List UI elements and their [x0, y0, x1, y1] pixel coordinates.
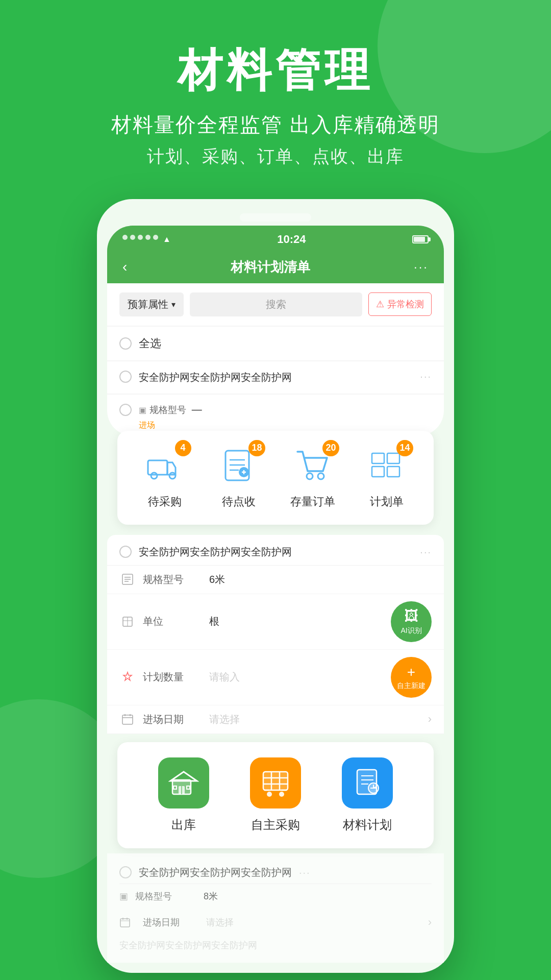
- pending-receive-label: 待点收: [222, 494, 256, 509]
- svg-rect-14: [372, 467, 384, 477]
- list-item[interactable]: 安全防护网安全防护网安全防护网 ···: [107, 361, 444, 394]
- second-item-header: 安全防护网安全防护网安全防护网 ···: [119, 862, 432, 884]
- quick-item-stock-order[interactable]: 20 存量订单: [285, 446, 341, 509]
- svg-rect-49: [120, 919, 130, 927]
- anomaly-button[interactable]: ⚠ 异常检测: [368, 292, 432, 316]
- signal-dots: ▲: [122, 235, 171, 244]
- svg-point-1: [151, 473, 157, 479]
- second-spec-label: 规格型号: [135, 890, 196, 902]
- unit-label: 单位: [143, 615, 209, 628]
- qty-label: 计划数量: [143, 670, 209, 684]
- second-item-name: 安全防护网安全防护网安全防护网: [139, 866, 292, 879]
- filter-button[interactable]: 预算属性 ▾: [119, 292, 184, 316]
- cart-icon-wrap: 20: [292, 446, 333, 487]
- plan-doc-icon: [342, 757, 393, 808]
- signal-dot-1: [122, 235, 128, 240]
- detail-item-header: 安全防护网安全防护网安全防护网 ···: [107, 535, 444, 566]
- detail-radio[interactable]: [119, 546, 132, 558]
- svg-rect-13: [387, 453, 399, 463]
- radio-circle-all[interactable]: [119, 337, 132, 350]
- svg-point-38: [267, 792, 272, 797]
- svg-point-10: [307, 473, 313, 479]
- nav-back-button[interactable]: ‹: [122, 259, 127, 275]
- date-icon: [119, 713, 136, 725]
- pill-notch: [240, 213, 311, 222]
- spec-icon2: ▣: [119, 891, 128, 902]
- bottom-item-self-purchase[interactable]: 自主采购: [250, 757, 301, 833]
- phone-container: ▲ 10:24 ‹ 材料计划清单 ··· 预算属性 ▾: [0, 199, 551, 973]
- svg-rect-12: [372, 453, 384, 463]
- qty-icon: [119, 671, 136, 683]
- second-date-value: 请选择: [206, 916, 234, 928]
- doc-icon: [223, 449, 254, 484]
- phone-content: 预算属性 ▾ 搜索 ⚠ 异常检测 全选 安全防护网安全防护网安全防护网: [107, 283, 444, 436]
- svg-rect-23: [122, 715, 133, 724]
- filter-label: 预算属性: [128, 298, 168, 311]
- ai-identify-button[interactable]: 🖼 AI识别: [391, 601, 432, 642]
- nav-more-button[interactable]: ···: [414, 260, 429, 274]
- svg-point-39: [279, 792, 284, 797]
- second-spec-row: ▣ 规格型号 8米: [119, 884, 432, 909]
- svg-point-11: [318, 473, 324, 479]
- partial-item-spec: ▣ 规格型号 —: [139, 404, 432, 416]
- phone-notch: [107, 209, 444, 226]
- grid-icon: [370, 451, 403, 482]
- status-icons: [412, 235, 429, 243]
- radio-circle[interactable]: [119, 371, 132, 383]
- detail-row-unit: 单位 根 🖼 AI识别: [107, 594, 444, 650]
- signal-dot-4: [145, 235, 151, 240]
- second-radio: [119, 866, 132, 878]
- bottom-item-warehouse[interactable]: 出库: [158, 757, 209, 833]
- detail-item-name: 安全防护网安全防护网安全防护网: [139, 545, 413, 559]
- warehouse-icon: [158, 757, 209, 808]
- second-date-label: 进场日期: [143, 916, 199, 928]
- select-all-label: 全选: [139, 336, 161, 351]
- doc-icon-wrap: 18: [218, 446, 259, 487]
- truck-icon: [147, 451, 183, 482]
- chevron-down-icon: ▾: [171, 300, 176, 309]
- search-bar: 预算属性 ▾ 搜索 ⚠ 异常检测: [107, 283, 444, 326]
- pending-receive-badge: 18: [248, 440, 265, 456]
- phone-nav-bar: ‹ 材料计划清单 ···: [107, 251, 444, 283]
- search-input[interactable]: 搜索: [190, 292, 362, 316]
- quick-panel: 4 待采购 18 待点收: [117, 431, 434, 525]
- spec-icon: [119, 573, 136, 585]
- battery-icon: [412, 235, 429, 243]
- plan-label: 计划单: [370, 494, 404, 509]
- quick-item-pending-purchase[interactable]: 4 待采购: [137, 446, 193, 509]
- list-item-partial: ▣ 规格型号 — 进场: [107, 395, 444, 436]
- self-purchase-label: 自主采购: [251, 817, 300, 833]
- detail-row-spec: 规格型号 6米: [107, 566, 444, 594]
- unit-icon: [119, 616, 136, 628]
- date-value: 请选择: [209, 713, 240, 726]
- new-create-button[interactable]: + 自主新建: [391, 657, 432, 698]
- material-plan-label: 材料计划: [343, 817, 392, 833]
- select-all-row[interactable]: 全选: [107, 327, 444, 360]
- status-bar: ▲ 10:24: [107, 226, 444, 251]
- wifi-icon: ▲: [163, 235, 171, 244]
- detail-more-icon[interactable]: ···: [420, 546, 432, 558]
- cart-icon: [295, 450, 330, 483]
- item-more-icon[interactable]: ···: [420, 371, 432, 382]
- spec-label: 规格型号: [143, 573, 209, 586]
- warehouse-label: 出库: [171, 817, 196, 833]
- detail-row-date[interactable]: 进场日期 请选择 ›: [107, 705, 444, 734]
- qty-value[interactable]: 请输入: [209, 670, 240, 684]
- svg-point-2: [169, 473, 176, 479]
- grid-icon-wrap: 14: [366, 446, 407, 487]
- signal-dot-2: [130, 235, 135, 240]
- quick-item-pending-receive[interactable]: 18 待点收: [211, 446, 267, 509]
- main-title: 材料管理: [0, 46, 551, 95]
- partial-item-tag: 进场: [139, 420, 432, 431]
- bottom-item-material-plan[interactable]: 材料计划: [342, 757, 393, 833]
- svg-rect-32: [263, 772, 288, 790]
- unit-value: 根: [209, 615, 219, 628]
- quick-item-plan[interactable]: 14 计划单: [359, 446, 415, 509]
- subtitle-line1: 材料量价全程监管 出入库精确透明: [0, 111, 551, 139]
- svg-rect-0: [148, 460, 167, 475]
- date-icon2: [119, 917, 136, 928]
- radio-circle-partial: [119, 404, 132, 416]
- ai-label: AI识别: [400, 626, 421, 635]
- status-time: 10:24: [277, 233, 306, 246]
- second-screen: 安全防护网安全防护网安全防护网 ··· ▣ 规格型号 8米 进场日期: [107, 853, 444, 963]
